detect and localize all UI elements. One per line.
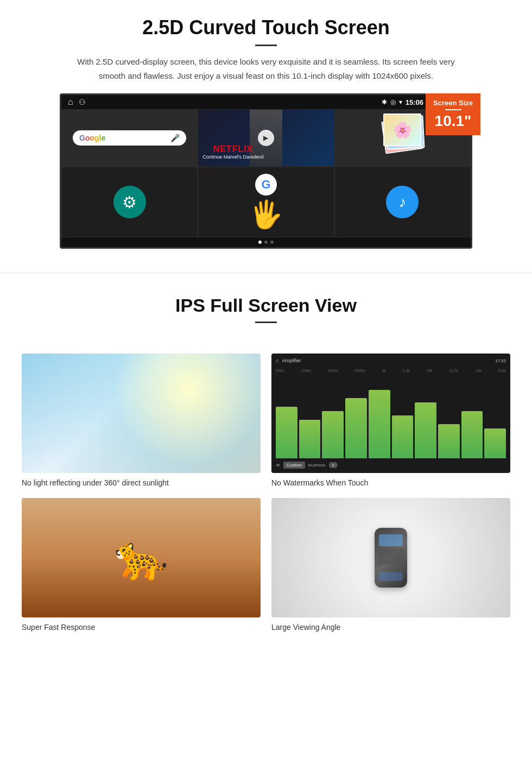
music-icon-circle: ♪ xyxy=(386,186,419,218)
photo-card-3: 🌸 xyxy=(383,113,421,146)
play-button[interactable]: ▶ xyxy=(258,130,274,146)
amp-bar-8 xyxy=(438,424,460,458)
sound-cell-inner: ♪ xyxy=(335,167,470,237)
netflix-logo: NETFLIX xyxy=(202,144,263,154)
feature-label-sunlight: No light reflecting under 360° direct su… xyxy=(22,478,261,487)
amp-back-icon: ≪ xyxy=(276,463,280,468)
car-top-view xyxy=(375,528,407,588)
dot-3 xyxy=(270,241,274,244)
feature-item-amplifier: ⌂ Amplifier 17:33 60hz 100hz 200hz 500hz… xyxy=(271,354,510,487)
title-underline xyxy=(255,45,277,46)
settings-cell-label: Settings shortcut 1 × 1 xyxy=(62,237,197,237)
feature-item-cheetah: 🐆 Super Fast Response xyxy=(22,498,261,632)
car-body xyxy=(375,528,407,588)
amp-freq-2k: 2.5k xyxy=(403,369,410,373)
car-rear xyxy=(379,572,403,581)
amp-bar-4 xyxy=(345,398,367,458)
section1-title: 2.5D Curved Touch Screen xyxy=(33,16,499,39)
amp-custom-btn[interactable]: Custom xyxy=(283,462,305,469)
amplifier-image: ⌂ Amplifier 17:33 60hz 100hz 200hz 500hz… xyxy=(271,354,510,473)
amp-toggle[interactable]: ● xyxy=(329,462,338,468)
feature-item-sunlight: No light reflecting under 360° direct su… xyxy=(22,354,261,487)
hand-area: G 🖐 xyxy=(249,174,283,230)
car-image xyxy=(271,498,510,617)
app-cell-settings[interactable]: ⚙ ⚙ Settings shortcut 1 × 1 xyxy=(61,167,198,237)
g-maps-icon: G xyxy=(255,174,277,195)
amp-freq-1k: 1k xyxy=(382,369,385,373)
amp-bar-7 xyxy=(415,402,436,458)
section-divider xyxy=(0,273,532,273)
feature-grid: No light reflecting under 360° direct su… xyxy=(0,343,532,642)
share-cell-inner: G 🖐 xyxy=(198,167,333,237)
amp-loudness-label: loudness xyxy=(308,463,326,468)
mic-icon: 🎤 xyxy=(170,134,180,142)
feature-label-cheetah: Super Fast Response xyxy=(22,623,261,632)
photo-stack: 🌸 xyxy=(381,116,424,160)
screen-size-badge: Screen Size 10.1" xyxy=(426,93,480,135)
wifi-icon: ▾ xyxy=(399,98,402,106)
app-cell-netflix[interactable]: ▶ NETFLIX Continue Marvel's Daredevil Ne… xyxy=(198,109,334,167)
feature-img-cheetah: 🐆 xyxy=(22,498,261,617)
section1-description: With 2.5D curved-display screen, this de… xyxy=(76,55,456,83)
feature-img-amplifier: ⌂ Amplifier 17:33 60hz 100hz 200hz 500hz… xyxy=(271,354,510,473)
section1: 2.5D Curved Touch Screen With 2.5D curve… xyxy=(0,0,532,256)
google-cell-inner: Google 🎤 xyxy=(62,110,197,166)
amp-bar-1 xyxy=(276,407,297,458)
google-search-bar[interactable]: Google 🎤 xyxy=(73,130,186,146)
device-wrapper: Screen Size 10.1" ⌂ ⚇ ✱ ◎ ▾ 15:06 📷 🔊 ⊠ … xyxy=(57,93,475,249)
sunlight-image xyxy=(22,354,261,473)
feature-label-amplifier: No Watermarks When Touch xyxy=(271,478,510,487)
amp-freq-200: 200hz xyxy=(328,369,338,373)
bluetooth-icon: ✱ xyxy=(382,98,387,106)
amp-bar-2 xyxy=(299,420,321,458)
app-cell-sound-search[interactable]: ♪ Sound Search 1 × 1 xyxy=(334,167,471,237)
section2: IPS Full Screen View xyxy=(0,289,532,343)
google-logo: Google xyxy=(79,134,105,142)
flower-emoji: 🌸 xyxy=(393,121,412,139)
share-cell-label: Share location 1 × 1 xyxy=(198,237,333,237)
dot-indicators xyxy=(61,237,471,247)
app-grid-row2: ⚙ ⚙ Settings shortcut 1 × 1 G 🖐 xyxy=(61,167,471,237)
car-roof xyxy=(378,548,404,565)
dot-2 xyxy=(264,241,268,244)
amp-freq-10k: 10k xyxy=(427,369,433,373)
amp-header: ⌂ Amplifier 17:33 xyxy=(276,358,506,363)
amp-freq-12k: 12.5k xyxy=(449,369,459,373)
status-time: 15:06 xyxy=(406,98,423,106)
amp-bar-6 xyxy=(392,415,414,458)
home-icon: ⌂ xyxy=(68,97,73,107)
amp-footer: ≪ Custom loudness ● xyxy=(276,462,506,469)
settings-icon-fg: ⚙ xyxy=(113,186,146,218)
section2-title: IPS Full Screen View xyxy=(33,295,499,316)
netflix-cell-inner: ▶ NETFLIX Continue Marvel's Daredevil xyxy=(198,110,333,166)
amp-bar-5 xyxy=(369,390,390,458)
amp-freq-500: 500hz xyxy=(355,369,365,373)
app-grid-row1: Google 🎤 Google 3 × 1 xyxy=(61,109,471,167)
amp-freq-60: 60hz xyxy=(276,369,284,373)
feature-img-sunlight xyxy=(22,354,261,473)
amp-freq-15k: 15k xyxy=(475,369,481,373)
usb-icon: ⚇ xyxy=(79,98,86,106)
settings-cell-inner: ⚙ ⚙ xyxy=(62,167,197,237)
car-windshield xyxy=(379,534,403,546)
sound-cell-label: Sound Search 1 × 1 xyxy=(335,237,470,237)
sun-rays xyxy=(22,354,261,473)
amp-bars xyxy=(276,373,506,458)
amp-home-icon: ⌂ xyxy=(276,358,278,363)
amp-freq-sub: SUB xyxy=(498,369,506,373)
cheetah-image: 🐆 xyxy=(22,498,261,617)
amp-title: Amplifier xyxy=(282,358,301,363)
app-cell-google[interactable]: Google 🎤 Google 3 × 1 xyxy=(61,109,198,167)
feature-item-car: Large Viewing Angle xyxy=(271,498,510,632)
dot-1 xyxy=(258,241,262,244)
amp-bar-3 xyxy=(322,411,344,458)
badge-label: Screen Size xyxy=(433,99,473,107)
feature-label-car: Large Viewing Angle xyxy=(271,623,510,632)
device-screen: ⌂ ⚇ ✱ ◎ ▾ 15:06 📷 🔊 ⊠ ▭ xyxy=(60,93,472,249)
amp-time: 17:33 xyxy=(495,358,506,363)
app-cell-share-location[interactable]: G 🖐 Share location 1 × 1 xyxy=(198,167,334,237)
netflix-label-overlay: NETFLIX Continue Marvel's Daredevil xyxy=(202,144,263,160)
amp-freq-labels: 60hz 100hz 200hz 500hz 1k 2.5k 10k 12.5k… xyxy=(276,369,506,373)
hand-emoji: 🖐 xyxy=(249,199,283,230)
feature-img-car xyxy=(271,498,510,617)
